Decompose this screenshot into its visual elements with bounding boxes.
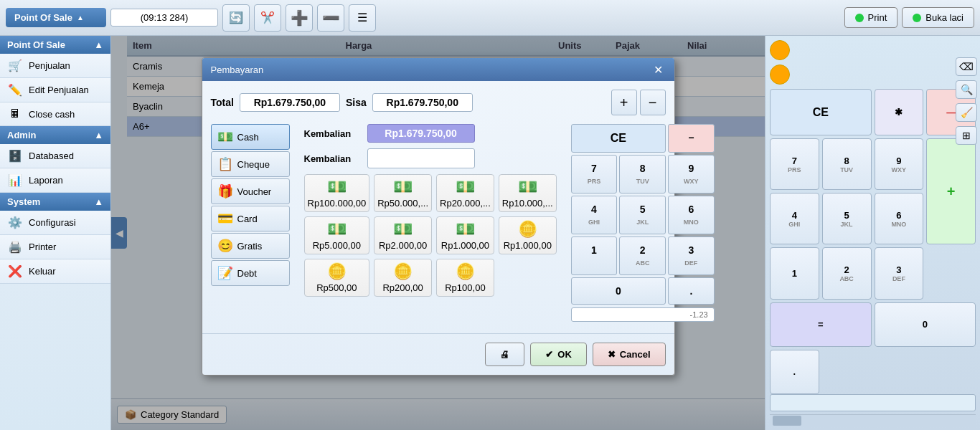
pos-title-text: Point Of Sale [14,12,72,23]
modal-ok-button[interactable]: ✔ OK [530,343,587,366]
sidebar-collapse-icon[interactable]: ▲ [94,39,103,50]
sidebar-item-laporan[interactable]: 📊 Laporan [0,168,110,193]
pay-method-cash[interactable]: 💵 Cash [211,124,290,150]
modal-3-button[interactable]: 3DEF [668,236,715,275]
scrollbar-thumb[interactable] [773,416,801,426]
list-button[interactable]: ☰ [349,4,376,32]
printer-icon: 🖨️ [7,240,23,254]
penjualan-label: Penjualan [29,60,70,71]
sidebar-item-printer[interactable]: 🖨️ Printer [0,235,110,259]
collapse-icon[interactable]: ▲ [77,14,84,22]
modal-minus-button[interactable]: − [668,124,715,153]
currency-1000-coin-icon: 🪙 [502,220,553,239]
right-mul-button[interactable]: ✱ [875,89,924,135]
right-3-button[interactable]: 3DEF [875,247,924,299]
currency-10000[interactable]: 💵 Rp10.000,... [499,174,557,212]
keluar-icon: ❌ [7,264,23,278]
currency-1000-bill[interactable]: 💵 Rp1.000,00 [436,216,494,254]
sidebar-item-databased[interactable]: 🗄️ Databased [0,144,110,168]
debt-label: Debt [237,268,257,279]
refresh-button[interactable]: 🔄 [222,4,250,32]
modal-5-button[interactable]: 5JKL [619,196,666,234]
right-dot-button[interactable]: . [770,350,819,394]
right-6-button[interactable]: 6MNO [875,193,924,244]
modal-body: Total Rp1.679.750,00 Sisa Rp1.679.750,00… [202,81,674,333]
modal-4-button[interactable]: 4GHI [571,196,618,234]
currency-1000-coin[interactable]: 🪙 Rp1.000,00 [499,216,557,254]
right-7-button[interactable]: 7PRS [770,138,819,190]
total-value: Rp1.679.750,00 [240,93,340,112]
search-icon-btn[interactable]: 🔍 [956,80,977,99]
total-label: Total [211,97,234,108]
cash-icon: 💵 [217,129,233,145]
currency-2000[interactable]: 💵 Rp2.000,00 [374,216,432,254]
sidebar-item-keluar[interactable]: ❌ Keluar [0,259,110,284]
modal-2-button[interactable]: 2ABC [619,236,666,275]
databased-icon: 🗄️ [7,149,23,163]
gratis-label: Gratis [237,241,263,252]
add-button[interactable]: ➕ [286,4,313,32]
currency-20000[interactable]: 💵 Rp20.000,... [436,174,494,212]
eraser-icon-btn[interactable]: 🧹 [956,103,977,122]
right-8-button[interactable]: 8TUV [822,138,872,190]
right-calc-grid: CE ✱ — 7PRS 8TUV 9WXY + 4GHI 5JKL 6MNO 1… [770,89,976,394]
buka-laci-button[interactable]: Buka laci [902,7,974,28]
remove-button[interactable]: ➖ [317,4,344,32]
currency-2000-label: Rp2.000,00 [377,240,428,251]
currency-500[interactable]: 🪙 Rp500,00 [304,259,370,297]
content-area: ◀ Item Harga Units Pajak Nilai Cramis Ke… [111,36,765,430]
modal-ce-button[interactable]: CE [571,124,666,153]
kembalian-area: Kembalian Rp1.679.750,00 Kembalian 💵 [296,124,565,325]
modal-cancel-button[interactable]: ✖ Cancel [593,343,666,366]
modal-9-button[interactable]: 9WXY [668,155,715,194]
sidebar-admin-collapse-icon[interactable]: ▲ [94,130,103,140]
backspace-icon-btn[interactable]: ⌫ [956,57,977,76]
configurasi-label: Configurasi [29,217,76,228]
currency-100[interactable]: 🪙 Rp100,00 [436,259,494,297]
right-0-button[interactable]: 0 [875,302,976,347]
sidebar-system-collapse-icon[interactable]: ▲ [94,196,103,207]
right-scrollbar[interactable] [770,414,976,426]
print-button[interactable]: Print [844,7,898,28]
right-equals-button[interactable]: = [770,302,872,347]
pay-method-card[interactable]: 💳 Card [211,206,290,231]
modal-dot-button[interactable]: . [668,277,715,305]
sidebar-item-configurasi[interactable]: ⚙️ Configurasi [0,211,110,235]
minus-button[interactable]: − [640,90,666,115]
right-4-button[interactable]: 4GHI [770,193,819,244]
modal-print-button[interactable]: 🖨 [485,343,524,366]
pay-method-voucher[interactable]: 🎁 Voucher [211,178,290,204]
pay-method-gratis[interactable]: 😊 Gratis [211,233,290,259]
currency-5000[interactable]: 💵 Rp5.000,00 [304,216,370,254]
modal-0-button[interactable]: 0 [571,277,666,305]
currency-200[interactable]: 🪙 Rp200,00 [374,259,432,297]
currency-100000[interactable]: 💵 Rp100.000,00 [304,174,370,212]
right-calc-panel: CE ✱ — 7PRS 8TUV 9WXY + 4GHI 5JKL 6MNO 1… [765,36,980,430]
modal-6-button[interactable]: 6MNO [668,196,715,234]
sidebar-item-edit-penjualan[interactable]: ✏️ Edit Penjualan [0,78,110,102]
voucher-icon: 🎁 [217,183,233,199]
modal-close-button[interactable]: ✕ [651,62,666,77]
pay-method-cheque[interactable]: 📋 Cheque [211,151,290,177]
scissors-button[interactable]: ✂️ [254,4,281,32]
top-toolbar: Point Of Sale ▲ (09:13 284) 🔄 ✂️ ➕ ➖ ☰ P… [0,0,980,36]
sidebar-section-system-label: System [7,196,40,207]
orange-circle-2 [770,64,790,85]
table-icon-btn[interactable]: ⊞ [956,126,977,145]
plus-button[interactable]: + [611,90,637,115]
sidebar-item-penjualan[interactable]: 🛒 Penjualan [0,54,110,78]
right-9-button[interactable]: 9WXY [875,138,924,190]
right-5-button[interactable]: 5JKL [822,193,872,244]
modal-1-button[interactable]: 1 [571,236,618,275]
currency-50000[interactable]: 💵 Rp50.000,... [374,174,432,212]
right-ce-button[interactable]: CE [770,89,872,135]
modal-7-button[interactable]: 7PRS [571,155,618,194]
currency-2000-icon: 💵 [377,220,428,239]
right-plus-button[interactable]: + [926,138,976,244]
modal-8-button[interactable]: 8TUV [619,155,666,194]
sidebar-item-close-cash[interactable]: 🖩 Close cash [0,102,110,126]
payment-modal: Pembayaran ✕ Total Rp1.679.750,00 Sisa R… [202,57,675,376]
right-1-button[interactable]: 1 [770,247,819,299]
pay-method-debt[interactable]: 📝 Debt [211,260,290,286]
right-2-button[interactable]: 2ABC [822,247,872,299]
